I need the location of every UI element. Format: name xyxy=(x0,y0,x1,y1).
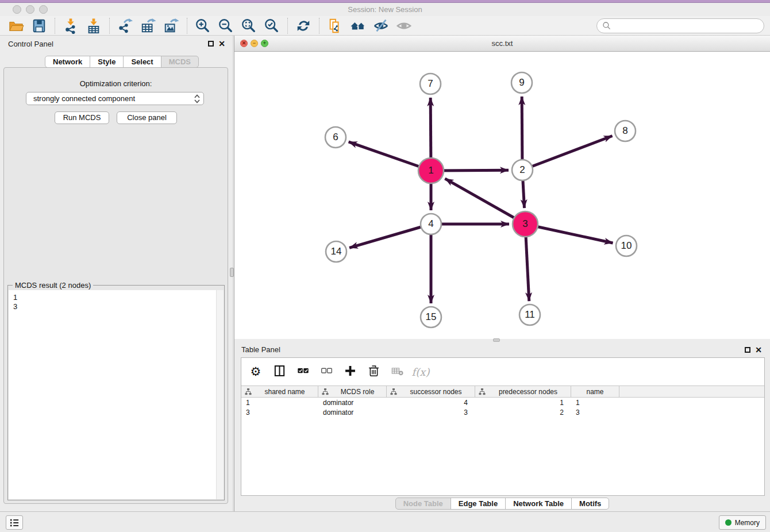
tab-motifs[interactable]: Motifs xyxy=(571,498,609,510)
search-box[interactable] xyxy=(596,18,764,33)
node-4[interactable]: 4 xyxy=(421,214,441,234)
column-header-MCDS-role[interactable]: MCDS role xyxy=(318,386,387,397)
node-14[interactable]: 14 xyxy=(326,241,346,262)
node-15[interactable]: 15 xyxy=(421,307,441,327)
check-all-button[interactable] xyxy=(295,364,310,379)
tab-network-table[interactable]: Network Table xyxy=(505,498,572,510)
table-cell[interactable]: 4 xyxy=(387,399,475,407)
window-zoom-button[interactable] xyxy=(39,5,48,14)
network-canvas[interactable]: 1234678910111415 xyxy=(234,52,770,339)
criterion-dropdown[interactable]: strongly connected component xyxy=(26,92,204,105)
import-network-button[interactable] xyxy=(59,17,82,35)
column-header-shared-name[interactable]: shared name xyxy=(241,386,318,397)
zoom-out-button[interactable] xyxy=(214,17,237,35)
home-button[interactable] xyxy=(346,17,369,35)
node-label: 2 xyxy=(519,164,525,175)
tab-select[interactable]: Select xyxy=(123,56,161,68)
control-panel-title: Control Panel xyxy=(0,36,232,53)
toolbar-separator xyxy=(319,18,319,34)
export-image-button[interactable] xyxy=(160,17,183,35)
node-8[interactable]: 8 xyxy=(615,121,636,141)
add-icon xyxy=(344,364,357,380)
horizontal-splitter-grip[interactable] xyxy=(493,338,500,342)
duplicate-network-button[interactable] xyxy=(324,17,346,35)
refresh-button[interactable] xyxy=(292,17,315,35)
table-row[interactable]: 3dominator323 xyxy=(241,407,764,417)
table-cell[interactable]: 1 xyxy=(571,399,619,407)
node-6[interactable]: 6 xyxy=(325,127,346,148)
table-cell[interactable]: 3 xyxy=(387,408,475,417)
node-label: 8 xyxy=(622,125,627,136)
column-header-predecessor-nodes[interactable]: predecessor nodes xyxy=(475,386,571,397)
column-tree-icon xyxy=(390,388,397,395)
open-session-button[interactable] xyxy=(5,17,28,35)
search-input[interactable] xyxy=(611,22,764,30)
optimization-criterion-label: Optimization criterion: xyxy=(4,79,228,88)
node-label: 4 xyxy=(428,218,433,229)
table-cell[interactable]: 3 xyxy=(571,408,619,417)
node-11[interactable]: 11 xyxy=(519,304,540,325)
table-panel-tabs: Node TableEdge TableNetwork TableMotifs xyxy=(395,498,610,510)
node-3[interactable]: 3 xyxy=(513,211,538,237)
table-cell[interactable]: 1 xyxy=(241,399,318,407)
window-close-button[interactable] xyxy=(13,5,21,14)
destroy-table-button xyxy=(390,364,405,379)
mcds-tab-page: Optimization criterion: strongly connect… xyxy=(3,67,228,504)
close-panel-button[interactable]: Close panel xyxy=(117,111,177,124)
table-row[interactable]: 1dominator411 xyxy=(241,398,764,407)
table-panel-close-icon[interactable]: ✕ xyxy=(755,347,762,353)
tab-mcds[interactable]: MCDS xyxy=(161,56,199,68)
table-panel-float-icon[interactable] xyxy=(745,347,750,353)
zoom-selected-button[interactable] xyxy=(260,17,283,35)
table-body: 1dominator4113dominator323 xyxy=(241,398,764,417)
tab-style[interactable]: Style xyxy=(90,56,124,68)
uncheck-all-button[interactable] xyxy=(319,364,334,379)
table-cell[interactable]: dominator xyxy=(318,408,387,417)
column-header-successor-nodes[interactable]: successor nodes xyxy=(387,386,475,397)
table-cell[interactable]: 1 xyxy=(475,399,571,407)
zoom-in-button[interactable] xyxy=(191,17,214,35)
list-icon xyxy=(9,518,20,527)
edge-2-8[interactable] xyxy=(522,136,613,170)
columns-button[interactable] xyxy=(272,364,287,379)
run-mcds-button[interactable]: Run MCDS xyxy=(55,111,109,124)
node-10[interactable]: 10 xyxy=(616,236,637,256)
zoom-fit-button[interactable] xyxy=(237,17,260,35)
table-cell[interactable]: dominator xyxy=(318,399,387,407)
add-button[interactable] xyxy=(342,364,357,379)
export-network-button[interactable] xyxy=(114,17,137,35)
control-panel-float-icon[interactable] xyxy=(208,41,214,47)
network-close-button[interactable]: ✕ xyxy=(240,40,248,47)
memory-button[interactable]: Memory xyxy=(719,515,766,530)
table-cell[interactable]: 2 xyxy=(475,408,571,417)
tab-node-table[interactable]: Node Table xyxy=(395,498,451,510)
vertical-splitter-grip[interactable] xyxy=(230,268,234,277)
mcds-result-scrollbar[interactable] xyxy=(216,290,224,499)
node-1[interactable]: 1 xyxy=(418,158,444,183)
network-minimize-button[interactable]: − xyxy=(251,40,258,47)
mcds-result-groupbox: MCDS result (2 nodes) 13 xyxy=(7,285,225,500)
network-zoom-button[interactable]: + xyxy=(261,40,268,47)
trash-button[interactable] xyxy=(366,364,381,379)
table-panel-title: Table Panel xyxy=(234,342,770,357)
app-titlebar: Session: New Session xyxy=(0,3,770,16)
import-table-button[interactable] xyxy=(82,17,105,35)
node-2[interactable]: 2 xyxy=(512,160,533,180)
task-history-button[interactable] xyxy=(6,515,23,530)
export-table-button[interactable] xyxy=(137,17,160,35)
gear-button[interactable]: ⚙ xyxy=(248,364,263,379)
table-cell[interactable]: 3 xyxy=(241,408,318,417)
edge-3-1[interactable] xyxy=(445,179,525,224)
save-session-button[interactable] xyxy=(28,17,51,35)
window-minimize-button[interactable] xyxy=(26,5,34,14)
tab-network[interactable]: Network xyxy=(45,56,90,68)
node-7[interactable]: 7 xyxy=(420,74,441,94)
hide-eye-slash-button[interactable] xyxy=(369,17,392,35)
control-panel: Control Panel ✕ NetworkStyleSelectMCDS O… xyxy=(0,36,232,511)
node-9[interactable]: 9 xyxy=(511,72,532,93)
edge-4-14[interactable] xyxy=(349,224,431,248)
edge-3-10[interactable] xyxy=(525,224,613,243)
tab-edge-table[interactable]: Edge Table xyxy=(451,498,506,510)
column-header-name[interactable]: name xyxy=(571,386,619,397)
control-panel-close-icon[interactable]: ✕ xyxy=(218,41,225,47)
